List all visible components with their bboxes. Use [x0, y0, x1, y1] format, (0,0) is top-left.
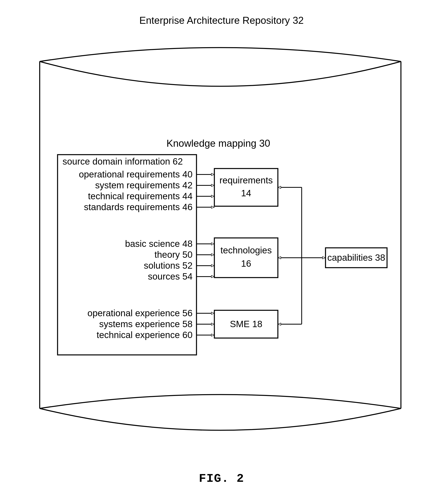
requirements-label-line2: 14 — [241, 188, 251, 198]
source-sme-2: technical experience 60 — [97, 330, 193, 340]
sme-label: SME 18 — [230, 319, 262, 329]
source-req-1: system requirements 42 — [95, 180, 193, 190]
source-req-2: technical requirements 44 — [88, 191, 193, 201]
figure-caption: FIG. 2 — [0, 472, 443, 485]
page: Enterprise Architecture Repository 32 Kn… — [0, 0, 443, 504]
source-tech-1: theory 50 — [154, 250, 193, 260]
requirements-box — [214, 168, 278, 206]
source-tech-3: sources 54 — [148, 271, 193, 282]
technologies-label-line1: technologies — [220, 245, 272, 255]
source-sme-0: operational experience 56 — [88, 308, 193, 318]
source-sme-1: systems experience 58 — [99, 319, 193, 329]
technologies-box — [214, 238, 278, 278]
source-tech-0: basic science 48 — [125, 238, 193, 249]
diagram-svg: Enterprise Architecture Repository 32 Kn… — [0, 0, 443, 504]
requirements-label-line1: requirements — [219, 175, 273, 185]
source-domain-heading: source domain information 62 — [62, 156, 183, 166]
knowledge-mapping-title: Knowledge mapping 30 — [167, 138, 270, 149]
source-req-0: operational requirements 40 — [79, 169, 193, 180]
repository-title: Enterprise Architecture Repository 32 — [139, 15, 304, 26]
source-tech-2: solutions 52 — [144, 260, 193, 271]
technologies-label-line2: 16 — [241, 258, 251, 269]
capabilities-label: capabilities 38 — [327, 252, 385, 263]
source-req-3: standards requirements 46 — [84, 202, 193, 212]
cylinder-outline — [40, 48, 401, 430]
